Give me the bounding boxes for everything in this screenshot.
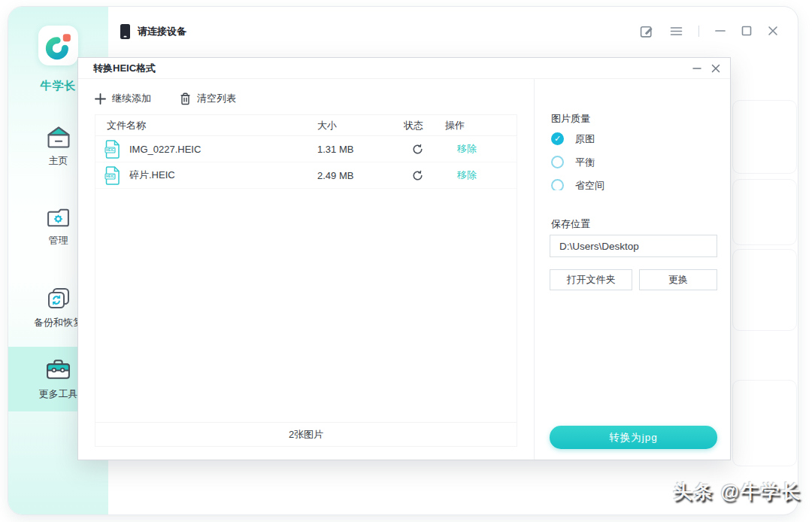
backup-restore-icon [46, 287, 71, 311]
file-name: 碎片.HEIC [129, 168, 175, 182]
menu-icon[interactable] [670, 26, 683, 36]
add-files-button[interactable]: 继续添加 [95, 92, 151, 105]
header-action: 操作 [445, 119, 517, 132]
header-status: 状态 [396, 119, 445, 132]
quality-options: ✓ 原图 平衡 省空间 [551, 127, 709, 190]
convert-heic-dialog: 转换HEIC格式 继续添加 [77, 57, 731, 460]
maximize-button[interactable] [741, 26, 752, 36]
heic-file-icon: HEIC [105, 140, 120, 159]
folder-gear-icon [46, 207, 71, 229]
dialog-titlebar: 转换HEIC格式 [78, 58, 730, 79]
svg-text:HEIC: HEIC [106, 175, 115, 178]
dialog-close-button[interactable] [711, 64, 720, 73]
clear-list-button[interactable]: 清空列表 [180, 92, 236, 105]
phone-icon [120, 23, 131, 40]
device-status-label: 请连接设备 [138, 25, 186, 38]
refresh-status-icon [412, 144, 423, 155]
window-controls [640, 23, 778, 38]
heic-file-icon: HEIC [105, 166, 120, 185]
brand-c-logo-icon [45, 32, 72, 60]
dialog-title: 转换HEIC格式 [93, 62, 156, 75]
quality-option-label: 平衡 [575, 156, 595, 169]
table-row: HEIC 碎片.HEIC 2.49 MB 移除 [95, 162, 517, 189]
save-location-title: 保存位置 [551, 217, 590, 231]
remove-link[interactable]: 移除 [457, 169, 477, 181]
radio-unchecked-icon[interactable] [551, 156, 564, 168]
file-table: 文件名称 大小 状态 操作 HEIC IMG_0227.HEIC [95, 114, 517, 447]
background-card [732, 100, 797, 174]
watermark: 头条 @牛学长 [674, 479, 801, 504]
device-status: 请连接设备 [120, 23, 186, 40]
list-toolbar: 继续添加 清空列表 [95, 89, 517, 108]
radio-unchecked-icon[interactable] [551, 179, 564, 190]
dialog-minimize-button[interactable] [692, 67, 701, 70]
close-button[interactable] [768, 26, 778, 36]
quality-option-original[interactable]: ✓ 原图 [551, 127, 709, 150]
quality-option-balanced[interactable]: 平衡 [551, 150, 709, 174]
header-size: 大小 [317, 119, 396, 132]
feedback-edit-icon[interactable] [640, 24, 654, 38]
file-size: 1.31 MB [317, 144, 396, 155]
clear-list-label: 清空列表 [197, 92, 236, 105]
background-card [732, 179, 797, 245]
background-card [732, 380, 797, 466]
header-file-name: 文件名称 [95, 119, 317, 132]
table-header: 文件名称 大小 状态 操作 [95, 115, 517, 136]
convert-to-jpg-button[interactable]: 转换为jpg [550, 426, 717, 449]
radio-checked-icon[interactable]: ✓ [551, 132, 564, 145]
background-card [732, 249, 797, 331]
remove-link[interactable]: 移除 [457, 143, 477, 154]
quality-option-label: 省空间 [575, 179, 604, 191]
options-panel: 图片质量 ✓ 原图 平衡 省空间 保存位置 [534, 79, 730, 460]
minimize-button[interactable] [715, 29, 726, 32]
trash-icon [180, 93, 191, 105]
quality-section-title: 图片质量 [551, 112, 590, 126]
file-name: IMG_0227.HEIC [129, 144, 201, 155]
add-files-label: 继续添加 [112, 92, 151, 105]
toolbox-icon [44, 357, 72, 382]
file-size: 2.49 MB [317, 170, 396, 181]
app-logo [38, 26, 78, 65]
save-path-input[interactable] [550, 235, 717, 257]
quality-option-save-space[interactable]: 省空间 [551, 174, 709, 190]
table-row: HEIC IMG_0227.HEIC 1.31 MB 移除 [95, 136, 517, 162]
svg-text:HEIC: HEIC [106, 148, 115, 152]
plus-icon [95, 93, 106, 105]
controls-separator [698, 26, 699, 37]
quality-option-label: 原图 [575, 132, 595, 146]
check-icon: ✓ [554, 134, 561, 144]
empty-list-area [95, 189, 517, 422]
refresh-status-icon [412, 170, 423, 181]
home-icon [46, 126, 71, 149]
open-folder-button[interactable]: 打开文件夹 [550, 269, 632, 290]
file-count-footer: 2张图片 [95, 422, 517, 446]
change-folder-button[interactable]: 更换 [639, 269, 717, 290]
